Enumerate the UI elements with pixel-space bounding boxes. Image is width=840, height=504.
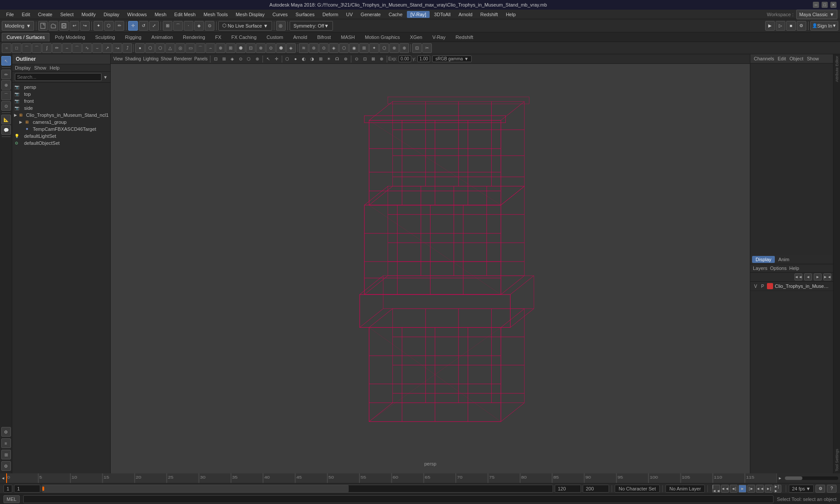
cv-curve-icon[interactable]: ⌒: [22, 43, 32, 53]
timeline-scrollbar[interactable]: [783, 473, 840, 483]
vp-xray-btn[interactable]: ☊: [333, 55, 341, 63]
snap-settings-button[interactable]: ⚙: [1, 427, 11, 437]
outliner-item-top[interactable]: 📷 top: [12, 91, 110, 98]
outliner-item-default-light-set[interactable]: 💡 defaultLightSet: [12, 133, 110, 140]
deform-tool5-icon[interactable]: ⬡: [339, 43, 349, 53]
vp-cam-btn1[interactable]: ⊙: [237, 55, 245, 63]
curve-tool4-icon[interactable]: ⌣: [92, 43, 102, 53]
menu-windows[interactable]: Windows: [124, 11, 150, 18]
pb-step-back[interactable]: ◄◄: [721, 485, 729, 493]
save-scene-button[interactable]: [59, 21, 69, 31]
menu-create[interactable]: Create: [35, 11, 56, 18]
curve-tool3-icon[interactable]: ∿: [82, 43, 92, 53]
tab-sculpting[interactable]: Sculpting: [91, 33, 120, 42]
ep-curve-icon[interactable]: ⌒: [32, 43, 42, 53]
plane-icon[interactable]: ▭: [186, 43, 195, 53]
vp-menu-shading[interactable]: Shading: [124, 55, 142, 63]
select-tool-button[interactable]: ✦: [94, 21, 103, 31]
layer-color-swatch[interactable]: [767, 283, 773, 289]
vp-menu-view[interactable]: View: [112, 55, 124, 63]
pb-step-frame-back[interactable]: ◄|: [730, 485, 738, 493]
soft-select-button[interactable]: ◎: [276, 21, 286, 31]
menu-select[interactable]: Select: [57, 11, 77, 18]
tab-fx[interactable]: FX: [210, 33, 226, 42]
scale-tool-button[interactable]: ⤢: [149, 21, 159, 31]
menu-file[interactable]: File: [3, 11, 18, 18]
deform-tool11-icon[interactable]: ⊕: [399, 43, 409, 53]
vp-exposure-value[interactable]: 0.00: [399, 56, 411, 62]
open-scene-button[interactable]: [49, 21, 58, 31]
outliner-item-camera1-group[interactable]: ▶ ⊞ camera1_group: [12, 119, 110, 126]
surface-tool1-icon[interactable]: ⌒: [196, 43, 205, 53]
tab-vray[interactable]: V-Ray: [427, 33, 450, 42]
outliner-item-front[interactable]: 📷 front: [12, 98, 110, 105]
rp-menu-object[interactable]: Object: [789, 56, 803, 61]
viewport-canvas[interactable]: X Y Z persp: [111, 64, 750, 473]
deform-tool9-icon[interactable]: ⬡: [379, 43, 389, 53]
menu-help[interactable]: Help: [502, 11, 519, 18]
misc-tool2-icon[interactable]: ✂: [422, 43, 432, 53]
menu-redshift[interactable]: Redshift: [477, 11, 501, 18]
curve-tool2-icon[interactable]: ⌒: [72, 43, 82, 53]
pb-auto-key[interactable]: ►|►: [774, 485, 781, 493]
close-button[interactable]: ✕: [830, 2, 836, 8]
snap-curve-button[interactable]: ⌒: [173, 21, 183, 31]
sculpt-button[interactable]: ⊕: [1, 80, 11, 90]
menu-display[interactable]: Display: [100, 11, 123, 18]
torus-icon[interactable]: ◎: [175, 43, 185, 53]
outliner-search-input[interactable]: [15, 73, 102, 81]
deform-tool1-icon[interactable]: ≋: [299, 43, 308, 53]
workspace-dropdown[interactable]: Maya Classic ▼: [796, 10, 837, 19]
menu-cache[interactable]: Cache: [385, 11, 406, 18]
lasso-tool-button[interactable]: ⬡: [104, 21, 114, 31]
rp-tab-display[interactable]: Display: [752, 256, 775, 263]
arc-tool-icon[interactable]: ⌢: [62, 43, 72, 53]
rp-ctrl-last[interactable]: ►◄: [823, 273, 831, 280]
tab-poly-modeling[interactable]: Poly Modeling: [50, 33, 90, 42]
vp-frame-selected[interactable]: ◈: [228, 55, 236, 63]
outliner-search-options[interactable]: ▼: [103, 75, 108, 80]
layer-row-clio[interactable]: V P Clio_Trophys_in_Museum_Stan: [750, 282, 833, 291]
snap-view-button[interactable]: ⊙: [205, 21, 214, 31]
vp-cam-btn2[interactable]: ⬡: [245, 55, 253, 63]
tab-arnold[interactable]: Arnold: [288, 33, 312, 42]
menu-surfaces[interactable]: Surfaces: [292, 11, 318, 18]
snap-surface-button[interactable]: ◈: [194, 21, 204, 31]
surface-tool5-icon[interactable]: ⬣: [236, 43, 245, 53]
outliner-menu-help[interactable]: Help: [50, 65, 60, 70]
outliner-item-tempcam[interactable]: ✦ TempCamFBXASCD46Target: [12, 126, 110, 133]
timeline-track[interactable]: [6, 473, 777, 483]
maximize-button[interactable]: □: [822, 2, 828, 8]
menu-edit[interactable]: Edit: [18, 11, 34, 18]
outliner-item-clio[interactable]: ▶ ⊞ Clio_Trophys_in_Museum_Stand_ncl1: [12, 112, 110, 119]
move-tool-button[interactable]: ✛: [128, 21, 138, 31]
curve-tool5-icon[interactable]: ↗: [102, 43, 112, 53]
outliner-item-persp[interactable]: 📷 persp: [12, 84, 110, 91]
range-start-field[interactable]: 1: [14, 485, 40, 493]
pb-go-end[interactable]: ►|: [765, 485, 773, 493]
vp-lighting-btn[interactable]: ☀: [325, 55, 333, 63]
layer-button[interactable]: ≡: [1, 438, 11, 448]
vp-smooth-btn[interactable]: ●: [292, 55, 300, 63]
surface-tool4-icon[interactable]: ⊞: [226, 43, 235, 53]
stop-render-button[interactable]: ■: [786, 21, 796, 31]
menu-arnold[interactable]: Arnold: [455, 11, 476, 18]
pb-go-start[interactable]: |◄◄: [712, 485, 720, 493]
timeline-range-bar[interactable]: [42, 485, 553, 493]
misc-tool1-icon[interactable]: ⊡: [412, 43, 422, 53]
curve-tool7-icon[interactable]: ⤴: [122, 43, 132, 53]
vp-menu-panels[interactable]: Panels: [193, 55, 209, 63]
surface-tool8-icon[interactable]: ⊙: [266, 43, 276, 53]
surface-tool7-icon[interactable]: ⊗: [256, 43, 266, 53]
deform-tool10-icon[interactable]: ⊗: [389, 43, 399, 53]
snap-grid-button[interactable]: ⊞: [163, 21, 172, 31]
range-end2-field[interactable]: 200: [583, 485, 609, 493]
deform-tool4-icon[interactable]: ◈: [329, 43, 339, 53]
deform-tool2-icon[interactable]: ⊛: [309, 43, 318, 53]
rp-menu-edit[interactable]: Edit: [777, 56, 786, 61]
vp-menu-show[interactable]: Show: [160, 55, 172, 63]
symmetry-button[interactable]: Symmetry: Off ▼: [290, 21, 333, 31]
menu-mesh-tools[interactable]: Mesh Tools: [200, 11, 231, 18]
tab-motion-graphics[interactable]: Motion Graphics: [360, 33, 405, 42]
bezier-curve-icon[interactable]: ∫: [42, 43, 52, 53]
